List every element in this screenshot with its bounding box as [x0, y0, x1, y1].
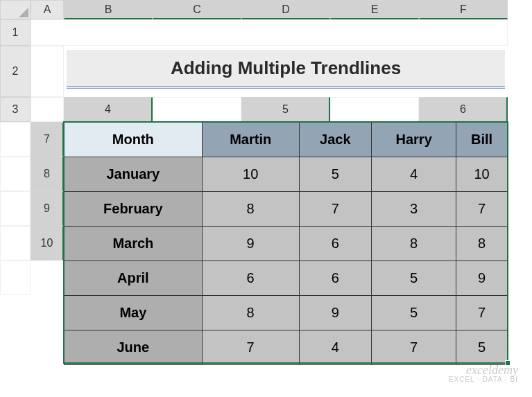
selection-fill-handle[interactable]	[505, 360, 510, 366]
table-row: May 8 9 5 7	[65, 296, 508, 330]
cell-val[interactable]: 9	[299, 296, 371, 330]
cell-val[interactable]: 5	[372, 261, 456, 296]
table-row: March 9 6 8 8	[65, 227, 508, 261]
cell-val[interactable]: 7	[202, 330, 299, 365]
cell-A7[interactable]	[0, 157, 31, 191]
cell-A2[interactable]	[31, 46, 64, 97]
header-person-2[interactable]: Harry	[372, 123, 456, 157]
cell-A4[interactable]	[153, 97, 241, 122]
table-row: February 8 7 3 7	[65, 192, 508, 227]
title-cell[interactable]: Adding Multiple Trendlines	[67, 50, 505, 89]
data-table-region[interactable]: Month Martin Jack Harry Bill January 10 …	[64, 122, 508, 364]
cell-val[interactable]: 6	[202, 261, 299, 296]
cell-A9[interactable]	[0, 226, 31, 261]
cell-val[interactable]: 3	[372, 192, 456, 227]
cell-month[interactable]: April	[65, 261, 203, 296]
header-month[interactable]: Month	[65, 123, 203, 157]
select-all-corner[interactable]	[0, 0, 31, 19]
cell-val[interactable]: 8	[372, 227, 456, 261]
table-row: January 10 5 4 10	[65, 157, 508, 192]
cell-val[interactable]: 7	[299, 192, 371, 227]
row-header-7[interactable]: 7	[31, 122, 64, 157]
header-person-0[interactable]: Martin	[202, 123, 299, 157]
cell-val[interactable]: 8	[456, 227, 508, 261]
row-header-1[interactable]: 1	[0, 19, 31, 46]
data-table: Month Martin Jack Harry Bill January 10 …	[64, 122, 508, 365]
cell-val[interactable]: 7	[456, 192, 508, 227]
cell-A10[interactable]	[0, 261, 31, 295]
table-header-row: Month Martin Jack Harry Bill	[65, 123, 508, 157]
cell-val[interactable]: 8	[202, 192, 299, 227]
cell-A8[interactable]	[0, 191, 31, 226]
header-person-3[interactable]: Bill	[456, 123, 508, 157]
title-text: Adding Multiple Trendlines	[171, 58, 401, 79]
col-header-F[interactable]: F	[419, 0, 508, 19]
cell-month[interactable]: June	[65, 330, 203, 365]
cell-month[interactable]: May	[65, 296, 203, 330]
row-header-2[interactable]: 2	[0, 46, 31, 97]
table-row: April 6 6 5 9	[65, 261, 508, 296]
cell-val[interactable]: 5	[299, 157, 371, 192]
cell-val[interactable]: 6	[299, 261, 371, 296]
watermark: exceldemy EXCEL · DATA · BI	[449, 364, 518, 383]
cell-month[interactable]: January	[65, 157, 203, 192]
watermark-sub: EXCEL · DATA · BI	[449, 376, 518, 383]
col-header-E[interactable]: E	[330, 0, 419, 19]
spreadsheet-grid: A B C D E F 1 2 Adding Multiple Trendlin…	[0, 0, 532, 364]
table-row: June 7 4 7 5	[65, 330, 508, 365]
col-header-C[interactable]: C	[153, 0, 241, 19]
cell-row1[interactable]	[31, 19, 508, 46]
header-person-1[interactable]: Jack	[299, 123, 371, 157]
cell-val[interactable]: 5	[372, 296, 456, 330]
cell-val[interactable]: 5	[456, 330, 508, 365]
cell-A3[interactable]	[31, 97, 64, 122]
cell-val[interactable]: 4	[299, 330, 371, 365]
cell-month[interactable]: March	[65, 227, 203, 261]
row-header-10[interactable]: 10	[31, 226, 64, 261]
cell-val[interactable]: 4	[372, 157, 456, 192]
row-header-3[interactable]: 3	[0, 97, 31, 122]
row-header-8[interactable]: 8	[31, 157, 64, 191]
col-header-B[interactable]: B	[64, 0, 153, 19]
cell-month[interactable]: February	[65, 192, 203, 227]
row-header-6[interactable]: 6	[419, 97, 508, 122]
row-header-9[interactable]: 9	[31, 191, 64, 226]
col-header-A[interactable]: A	[31, 0, 64, 19]
cell-val[interactable]: 7	[372, 330, 456, 365]
cell-val[interactable]: 9	[456, 261, 508, 296]
cell-A6[interactable]	[0, 122, 31, 157]
cell-val[interactable]: 6	[299, 227, 371, 261]
row-header-5[interactable]: 5	[241, 97, 330, 122]
cell-val[interactable]: 7	[456, 296, 508, 330]
cell-val[interactable]: 9	[202, 227, 299, 261]
cell-A5[interactable]	[330, 97, 419, 122]
col-header-D[interactable]: D	[241, 0, 330, 19]
cell-val[interactable]: 8	[202, 296, 299, 330]
cell-val[interactable]: 10	[456, 157, 508, 192]
cell-val[interactable]: 10	[202, 157, 299, 192]
row-header-4[interactable]: 4	[64, 97, 153, 122]
